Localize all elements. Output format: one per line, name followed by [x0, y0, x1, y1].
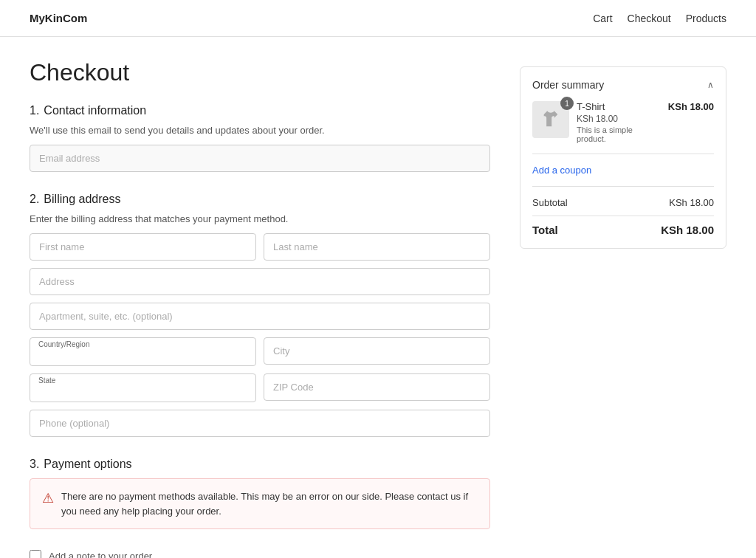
- first-name-field: [30, 233, 256, 261]
- item-name: T-Shirt: [577, 101, 661, 112]
- payment-section: 3.Payment options ⚠ There are no payment…: [30, 458, 490, 529]
- main-nav: Cart Checkout Products: [593, 13, 726, 24]
- item-price: KSh 18.00: [668, 101, 714, 112]
- order-summary-column: Order summary ∧ 1 T-Shirt KSh 18.00 This…: [520, 59, 726, 558]
- nav-checkout[interactable]: Checkout: [628, 13, 671, 24]
- subtotal-value: KSh 18.00: [669, 197, 714, 208]
- subtotal-label: Subtotal: [532, 197, 568, 208]
- total-label: Total: [532, 224, 558, 236]
- billing-section: 2.Billing address Enter the billing addr…: [30, 193, 490, 437]
- total-value: KSh 18.00: [661, 224, 714, 236]
- phone-input[interactable]: [30, 410, 490, 437]
- country-city-row: Country/Region United States (US): [30, 337, 490, 366]
- add-coupon-link[interactable]: Add a coupon: [532, 165, 714, 187]
- order-summary-box: Order summary ∧ 1 T-Shirt KSh 18.00 This…: [520, 66, 726, 249]
- payment-error-box: ⚠ There are no payment methods available…: [30, 478, 490, 529]
- zip-field: [264, 373, 490, 402]
- contact-heading: 1.Contact information: [30, 104, 490, 117]
- apartment-field: [30, 303, 490, 330]
- nav-cart[interactable]: Cart: [593, 13, 612, 24]
- payment-error-text: There are no payment methods available. …: [61, 489, 478, 518]
- main-container: Checkout 1.Contact information We'll use…: [0, 37, 756, 558]
- note-label: Add a note to your order: [49, 551, 152, 559]
- brand-logo: MyKinCom: [30, 12, 87, 24]
- state-input[interactable]: California: [30, 373, 256, 402]
- nav-products[interactable]: Products: [686, 13, 726, 24]
- phone-field: [30, 410, 490, 437]
- email-field-wrapper: [30, 145, 490, 172]
- apartment-input[interactable]: [30, 303, 490, 330]
- order-summary-title: Order summary: [532, 79, 604, 91]
- address-input[interactable]: [30, 268, 490, 295]
- item-image-wrapper: 1: [532, 101, 569, 138]
- item-description: This is a simple product.: [577, 125, 661, 143]
- country-field: Country/Region United States (US): [30, 337, 256, 366]
- subtotal-row: Subtotal KSh 18.00: [532, 197, 714, 208]
- tshirt-icon: [540, 109, 561, 130]
- address-field: [30, 268, 490, 295]
- first-name-input[interactable]: [30, 233, 256, 261]
- zip-input[interactable]: [264, 373, 490, 401]
- email-input[interactable]: [30, 145, 490, 172]
- total-row: Total KSh 18.00: [532, 224, 714, 236]
- error-icon: ⚠: [42, 490, 54, 506]
- city-input[interactable]: [264, 337, 490, 365]
- country-label: Country/Region: [38, 340, 89, 348]
- chevron-up-icon: ∧: [707, 80, 714, 90]
- name-row: [30, 233, 490, 261]
- state-field: State California: [30, 373, 256, 402]
- last-name-input[interactable]: [264, 233, 490, 261]
- item-quantity-badge: 1: [560, 97, 574, 110]
- billing-heading: 2.Billing address: [30, 193, 490, 206]
- page-title: Checkout: [30, 59, 490, 86]
- city-field: [264, 337, 490, 366]
- state-zip-row: State California: [30, 373, 490, 402]
- item-price-sub: KSh 18.00: [577, 114, 661, 124]
- note-checkbox[interactable]: [30, 550, 41, 558]
- order-summary-header: Order summary ∧: [532, 79, 714, 91]
- contact-subtitle: We'll use this email to send you details…: [30, 125, 490, 136]
- site-header: MyKinCom Cart Checkout Products: [0, 0, 756, 37]
- payment-heading: 3.Payment options: [30, 458, 490, 471]
- summary-divider: [532, 216, 714, 216]
- billing-subtitle: Enter the billing address that matches y…: [30, 213, 490, 224]
- last-name-field: [264, 233, 490, 261]
- order-item: 1 T-Shirt KSh 18.00 This is a simple pro…: [532, 101, 714, 154]
- checkout-form: Checkout 1.Contact information We'll use…: [30, 59, 490, 558]
- note-row: Add a note to your order: [30, 550, 490, 558]
- state-label: State: [38, 376, 55, 385]
- contact-section: 1.Contact information We'll use this ema…: [30, 104, 490, 172]
- item-info: T-Shirt KSh 18.00 This is a simple produ…: [577, 101, 661, 143]
